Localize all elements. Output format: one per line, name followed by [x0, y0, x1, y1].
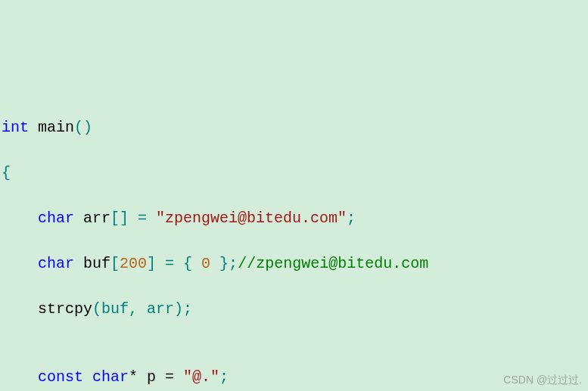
semicolon: ; — [219, 368, 229, 386]
code-line-1: int main() — [2, 116, 586, 139]
number-200: 200 — [120, 255, 147, 272]
code-line-7: const char* p = "@."; — [2, 366, 586, 389]
punct: [] = — [110, 209, 156, 227]
bracket-open: [ — [110, 255, 120, 272]
keyword-char: char — [38, 255, 74, 272]
indent — [2, 255, 38, 272]
string-literal: "@." — [183, 368, 219, 386]
punct: ] = { — [147, 255, 201, 272]
indent — [2, 368, 38, 386]
keyword-int: int — [2, 119, 29, 136]
indent — [2, 300, 38, 318]
function-main: main — [29, 119, 74, 136]
code-line-4: char buf[200] = { 0 };//zpengwei@bitedu.… — [2, 253, 586, 275]
identifier-buf: buf — [74, 255, 110, 272]
code-line-5: strcpy(buf, arr); — [2, 298, 586, 321]
keyword-char: char — [38, 209, 74, 227]
function-strcpy: strcpy — [38, 300, 92, 318]
comment: //zpengwei@bitedu.com — [238, 255, 428, 272]
parens: () — [74, 119, 92, 136]
indent — [2, 209, 38, 227]
open-brace: { — [2, 164, 11, 182]
code-line-2: { — [2, 162, 586, 185]
keyword-const: const — [38, 368, 83, 386]
keyword-char: char — [92, 368, 129, 386]
semicolon: ; — [347, 209, 356, 227]
code-block: int main() { char arr[] = "zpengwei@bite… — [2, 94, 586, 391]
punct: * p = — [129, 368, 183, 386]
punct: }; — [210, 255, 238, 272]
code-line-3: char arr[] = "zpengwei@bitedu.com"; — [2, 207, 586, 230]
string-literal: "zpengwei@bitedu.com" — [156, 209, 347, 227]
identifier-arr: arr — [74, 209, 110, 227]
watermark: CSDN @过过过. — [503, 372, 582, 388]
space — [83, 368, 92, 386]
args: (buf, arr); — [92, 300, 192, 318]
number-0: 0 — [201, 255, 210, 272]
